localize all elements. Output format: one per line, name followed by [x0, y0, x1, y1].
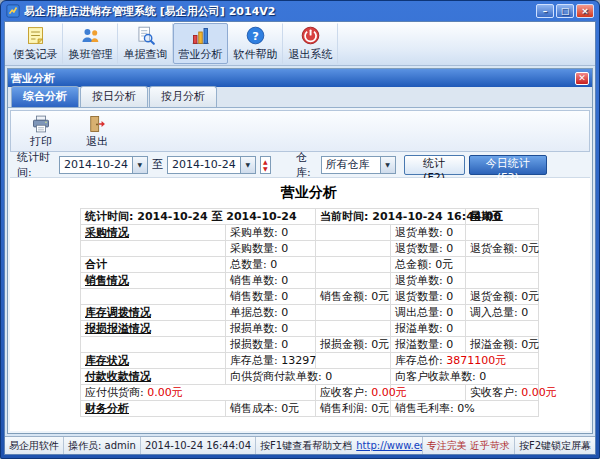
report-cell: 向供货商付款单数: 0: [226, 369, 391, 385]
report-cell: 当前时间: 2014-10-24 16:44:00: [316, 209, 466, 225]
today-stat-button[interactable]: 今日统计(F3): [469, 155, 547, 175]
spin-up-icon[interactable]: ▲: [263, 158, 268, 165]
print-icon: [31, 114, 51, 134]
exit-icon: [300, 25, 321, 46]
report-cell-label: 实收客户:: [470, 386, 521, 399]
status-brand: 易企用软件: [5, 437, 64, 454]
exit-button[interactable]: 退出: [72, 112, 122, 150]
report-cell: 采购单数: 0: [226, 225, 316, 241]
toolbar-button-exit[interactable]: 退出系统: [283, 23, 338, 64]
status-lock-hint: 按F2键锁定屏幕: [515, 437, 595, 454]
toolbar-button-label: 单据查询: [124, 47, 168, 62]
tab-monthly[interactable]: 按月分析: [149, 86, 217, 107]
stat-button[interactable]: 统计(F2): [404, 155, 465, 175]
shift-icon: [80, 25, 101, 46]
maximize-button[interactable]: □: [556, 4, 574, 18]
report-row: 财务分析销售成本: 0元销售利润: 0元销售毛利率: 0%: [81, 401, 539, 417]
report-cell-value: 0.00元: [521, 386, 557, 399]
report-cell: 合计: [81, 257, 226, 273]
tab-body: 打印 退出 统计时间: 2014-10-24 ▼ 至: [8, 108, 592, 433]
exit-button-label: 退出: [86, 134, 108, 149]
report-row: 付款收款情况向供货商付款单数: 0向客户收款单数: 0: [81, 369, 539, 385]
date-to-value: 2014-10-24: [168, 158, 240, 171]
report-row: 销售情况销售单数: 0退货单数: 0: [81, 273, 539, 289]
workspace: 营业分析 ✕ 综合分析按日分析按月分析 打印 退出: [5, 66, 595, 436]
app-icon: [6, 4, 20, 18]
time-range-label: 统计时间:: [17, 150, 55, 180]
close-button[interactable]: ×: [576, 4, 594, 18]
report-cell: 采购数量: 0: [226, 241, 316, 257]
svg-text:?: ?: [252, 29, 259, 43]
report-row: 库存调拨情况单据总数: 0调出总量: 0调入总量: 0: [81, 305, 539, 321]
note-icon: [25, 25, 46, 46]
report-cell: 销售数量: 0: [226, 289, 316, 305]
tab-summary[interactable]: 综合分析: [11, 86, 79, 107]
chevron-down-icon[interactable]: ▼: [380, 157, 395, 173]
report-cell-value: 0.00元: [371, 386, 407, 399]
warehouse-select[interactable]: 所有仓库 ▼: [321, 156, 396, 174]
toolbar-button-help[interactable]: ?软件帮助: [228, 23, 283, 64]
report-cell: 报溢单数: 0: [391, 321, 466, 337]
minimize-button[interactable]: –: [536, 4, 554, 18]
toolbar-button-shift[interactable]: 换班管理: [63, 23, 118, 64]
report-cell: 销售利润: 0元: [316, 401, 391, 417]
report-cell-value: 0.00元: [147, 386, 183, 399]
toolbar-button-query[interactable]: 单据查询: [118, 23, 173, 64]
report-cell: [466, 257, 539, 273]
toolbar-button-label: 便笺记录: [14, 47, 58, 62]
titlebar: 易企用鞋店进销存管理系统 [易企用公司] 2014V2 – □ ×: [4, 1, 596, 21]
spin-down-icon[interactable]: ▼: [263, 165, 268, 172]
toolbar-button-analysis[interactable]: 营业分析: [173, 23, 228, 64]
report-cell: [316, 225, 391, 241]
report-cell-label: 应收客户:: [320, 386, 371, 399]
door-exit-icon: [87, 114, 107, 134]
report-cell: 总数量: 0: [226, 257, 316, 273]
toolbar-button-label: 营业分析: [179, 47, 223, 62]
date-to-picker[interactable]: 2014-10-24 ▼: [167, 156, 256, 174]
print-button-label: 打印: [30, 134, 52, 149]
print-button[interactable]: 打印: [16, 112, 66, 150]
report-row: 采购数量: 0退货数量: 0退货金额: 0元: [81, 241, 539, 257]
toolbar-button-notes[interactable]: 便笺记录: [8, 23, 63, 64]
report-cell: 统计时间: 2014-10-24 至 2014-10-24: [81, 209, 316, 225]
report-cell: 报损单数: 0: [226, 321, 316, 337]
report-cell: 库存总量: 13297: [226, 353, 316, 369]
tab-bar: 综合分析按日分析按月分析: [8, 87, 592, 108]
report-cell: 退货金额: 0元: [466, 241, 539, 257]
date-spinner[interactable]: ▲ ▼: [260, 156, 271, 174]
report-cell: 总金额: 0元: [391, 257, 466, 273]
panel-close-icon[interactable]: ✕: [575, 72, 589, 85]
report-cell: 报损报溢情况: [81, 321, 226, 337]
chevron-down-icon[interactable]: ▼: [240, 157, 255, 173]
business-analysis-panel: 营业分析 ✕ 综合分析按日分析按月分析 打印 退出: [7, 68, 593, 434]
report-cell: 退货数量: 0: [391, 241, 466, 257]
report-cell: 库存状况: [81, 353, 226, 369]
window-body: 便笺记录换班管理单据查询营业分析?软件帮助退出系统 营业分析 ✕ 综合分析按日分…: [4, 21, 596, 455]
report-cell: 销售毛利率: 0%: [391, 401, 539, 417]
app-window: 易企用鞋店进销存管理系统 [易企用公司] 2014V2 – □ × 便笺记录换班…: [0, 0, 600, 459]
report-title: 营业分析: [80, 184, 538, 202]
status-operator: 操作员: admin: [64, 437, 141, 454]
report-cell: [316, 257, 391, 273]
report-cell: 销售情况: [81, 273, 226, 289]
toolbar-button-label: 退出系统: [289, 47, 333, 62]
report-cell: 报溢数量: 0: [391, 337, 466, 353]
report-cell: 星期五: [466, 209, 539, 225]
status-help-text: 按F1键查看帮助文档: [260, 439, 352, 453]
window-controls: – □ ×: [536, 4, 594, 18]
status-datetime: 2014-10-24 16:44:04: [141, 437, 256, 454]
search-icon: [135, 25, 156, 46]
report-cell: [81, 289, 226, 305]
tab-daily[interactable]: 按日分析: [80, 86, 148, 107]
report-cell: [316, 353, 391, 369]
report-cell: [316, 321, 391, 337]
date-from-picker[interactable]: 2014-10-24 ▼: [59, 156, 148, 174]
report-row: 销售数量: 0销售金额: 0元退货数量: 0退货金额: 0元: [81, 289, 539, 305]
date-from-value: 2014-10-24: [60, 158, 132, 171]
report-cell-value: 3871100元: [446, 354, 506, 367]
report-row: 合计总数量: 0总金额: 0元: [81, 257, 539, 273]
report-row: 库存状况库存总量: 13297库存总价: 3871100元: [81, 353, 539, 369]
filter-bar: 统计时间: 2014-10-24 ▼ 至 2014-10-24 ▼ ▲ ▼: [10, 152, 590, 178]
help-url-link[interactable]: http://www.eqysoft.com: [356, 440, 422, 451]
chevron-down-icon[interactable]: ▼: [132, 157, 147, 173]
